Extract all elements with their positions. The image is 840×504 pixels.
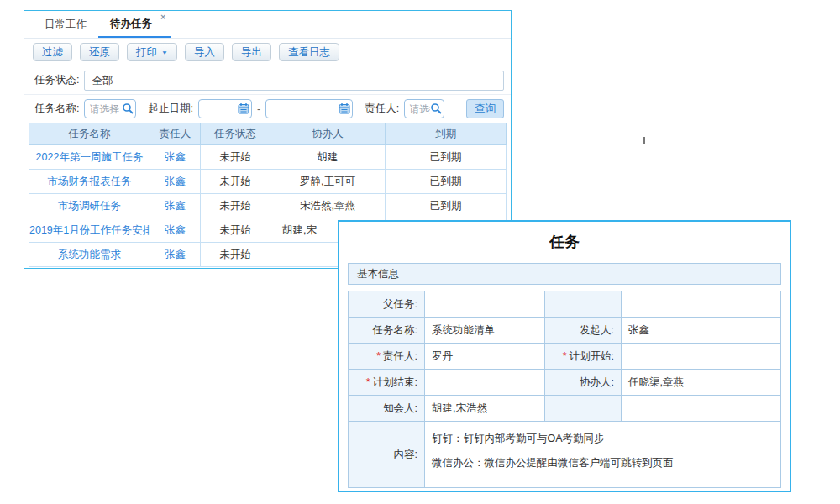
table-header-row: 任务名称 责任人 任务状态 协办人 到期 [29,123,507,145]
query-button[interactable]: 查询 [466,99,504,118]
task-name-label: 任务名称: [349,318,425,344]
plan-end-label: *计划结束: [349,370,425,396]
responsible-person-label: *责任人: [349,344,425,370]
form-row: 知会人: 胡建,宋浩然 [349,396,781,422]
responsible-person-value: 罗丹 [425,344,545,370]
export-button[interactable]: 导出 [232,43,271,61]
tab-todo-tasks[interactable]: 待办任务 × [98,11,171,38]
task-name-link[interactable]: 2022年第一周施工任务 [36,151,144,163]
column-header-due: 到期 [386,123,507,145]
status-cell: 未开始 [201,218,270,243]
import-button[interactable]: 导入 [185,43,224,61]
content-line-1: 钉钉：钉钉内部考勤可与OA考勤同步 [432,430,774,447]
calendar-icon[interactable] [238,102,249,114]
column-header-co-organizer: 协办人 [270,123,386,145]
table-row: 市场调研任务 张鑫 未开始 宋浩然,章燕 已到期 [29,194,507,218]
initiator-label: 发起人: [545,318,622,344]
plan-start-label: *计划开始: [545,344,622,370]
view-log-button[interactable]: 查看日志 [279,43,339,61]
owner-link[interactable]: 张鑫 [165,249,186,260]
required-marker: * [563,350,567,362]
owner-link[interactable]: 张鑫 [165,200,186,212]
task-status-label: 任务状态: [34,73,79,87]
date-range-label: 起止日期: [148,102,192,116]
co-organizer-value: 任晓渠,章燕 [622,370,781,396]
filter-row-status: 任务状态: 全部 [24,66,511,95]
stray-cursor-mark [643,137,645,144]
toolbar: 过滤 还原 打印 ▼ 导入 导出 查看日志 [24,39,511,66]
status-cell: 未开始 [201,243,270,267]
task-status-select[interactable]: 全部 [84,71,504,91]
informed-person-value: 胡建,宋浩然 [425,396,545,422]
column-header-owner: 责任人 [150,123,201,145]
task-name-link[interactable]: 市场财务报表任务 [48,176,132,187]
chevron-down-icon: ▼ [161,49,168,55]
co-organizer-cell: 罗静,王可可 [270,170,386,194]
form-row: *责任人: 罗丹 *计划开始: [349,344,781,370]
content-line-2: 微信办公：微信办公提醒由微信客户端可跳转到页面 [432,454,774,471]
search-icon[interactable] [122,102,134,114]
print-button-label: 打印 [136,45,157,60]
task-name-link[interactable]: 2019年1月份工作任务安排 [29,224,150,236]
empty-value [622,291,781,318]
due-cell: 已到期 [386,194,507,218]
filter-row-fields: 任务名称: 起止日期: - [24,95,511,123]
tab-todo-tasks-label: 待办任务 [110,17,152,31]
calendar-icon[interactable] [339,102,350,114]
table-row: 2022年第一周施工任务 张鑫 未开始 胡建 已到期 [29,145,507,170]
form-row: 父任务: [349,291,781,318]
column-header-task-name: 任务名称 [29,123,150,145]
form-row-content: 内容: 钉钉：钉钉内部考勤可与OA考勤同步 微信办公：微信办公提醒由微信客户端可… [349,422,781,488]
responsible-person-label: 责任人: [365,102,399,116]
required-marker: * [366,376,370,388]
column-header-status: 任务状态 [201,123,270,145]
tab-daily-work[interactable]: 日常工作 [33,11,98,38]
required-marker: * [376,350,381,362]
content-label: 内容: [349,422,425,488]
restore-button[interactable]: 还原 [80,43,119,61]
co-organizer-label: 协办人: [545,370,622,396]
task-name-link[interactable]: 市场调研任务 [58,200,121,212]
plan-start-value [622,344,781,370]
task-detail-dialog: 任务 基本信息 父任务: 任务名称: 系统功能清单 发起人: 张鑫 *责任人: … [338,220,791,492]
task-name-value: 系统功能清单 [425,318,545,344]
content-value: 钉钉：钉钉内部考勤可与OA考勤同步 微信办公：微信办公提醒由微信客户端可跳转到页… [425,422,781,488]
filter-button[interactable]: 过滤 [33,43,72,61]
form-row: 任务名称: 系统功能清单 发起人: 张鑫 [349,318,781,344]
owner-link[interactable]: 张鑫 [165,151,186,163]
co-organizer-cell: 宋浩然,章燕 [270,194,386,218]
parent-task-value [425,291,545,318]
due-cell: 已到期 [386,170,507,194]
empty-label [545,396,622,422]
empty-label [545,291,622,318]
status-cell: 未开始 [201,145,270,170]
initiator-value: 张鑫 [622,318,781,344]
table-row: 市场财务报表任务 张鑫 未开始 罗静,王可可 已到期 [29,170,507,194]
print-button[interactable]: 打印 ▼ [127,43,177,61]
task-name-link[interactable]: 系统功能需求 [58,249,121,260]
task-name-label: 任务名称: [34,102,79,116]
dialog-title: 任务 [339,232,790,252]
date-separator: - [257,103,260,115]
form-row: *计划结束: 协办人: 任晓渠,章燕 [349,370,781,396]
search-icon[interactable] [430,102,442,114]
basic-info-form: 父任务: 任务名称: 系统功能清单 发起人: 张鑫 *责任人: 罗丹 *计划开始… [348,291,781,488]
plan-end-value [425,370,545,396]
owner-link[interactable]: 张鑫 [165,224,186,236]
due-cell: 已到期 [386,145,507,170]
empty-value [622,396,781,422]
owner-link[interactable]: 张鑫 [165,176,186,187]
co-organizer-cell: 胡建 [270,145,386,170]
parent-task-label: 父任务: [349,291,425,318]
basic-info-section-header: 基本信息 [348,263,781,285]
tab-bar: 日常工作 待办任务 × [24,11,511,39]
close-tab-icon[interactable]: × [160,13,165,22]
informed-person-label: 知会人: [349,396,425,422]
status-cell: 未开始 [201,194,270,218]
status-cell: 未开始 [201,170,270,194]
